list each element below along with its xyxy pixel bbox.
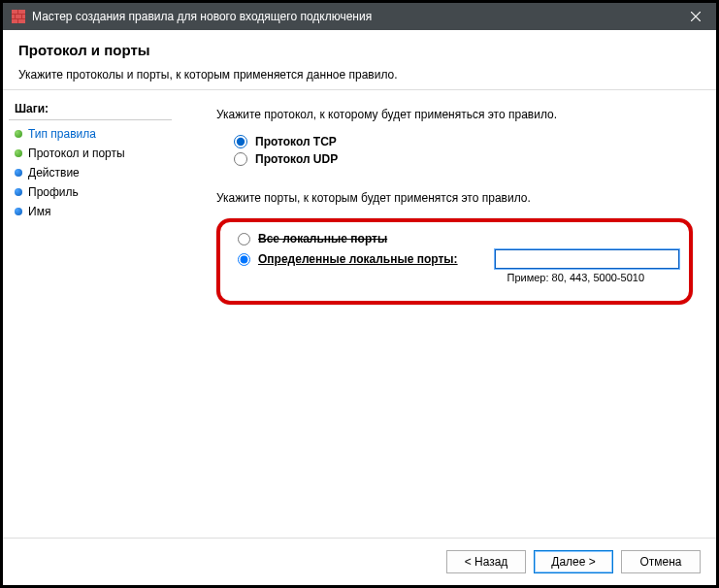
- protocol-tcp-radio[interactable]: [234, 135, 247, 148]
- step-name: Имя: [9, 202, 172, 221]
- wizard-header: Протокол и порты Укажите протоколы и пор…: [3, 30, 716, 89]
- protocol-udp-radio[interactable]: [234, 152, 247, 166]
- protocol-prompt: Укажите протокол, к которому будет приме…: [216, 108, 693, 121]
- next-button[interactable]: Далее >: [534, 550, 613, 573]
- svg-rect-5: [22, 15, 25, 18]
- step-label: Профиль: [28, 185, 79, 199]
- ports-prompt: Укажите порты, к которым будет применятс…: [216, 191, 693, 205]
- protocol-tcp-row[interactable]: Протокол TCP: [234, 135, 693, 148]
- cancel-button[interactable]: Отмена: [621, 550, 701, 573]
- back-button[interactable]: < Назад: [446, 550, 526, 573]
- step-label: Действие: [28, 166, 80, 180]
- steps-heading: Шаги:: [9, 100, 172, 120]
- page-subtitle: Укажите протоколы и порты, к которым при…: [18, 68, 701, 82]
- all-ports-label: Все локальные порты: [258, 232, 387, 245]
- firewall-icon: [11, 9, 26, 24]
- wizard-footer: < Назад Далее > Отмена: [3, 538, 716, 585]
- bullet-icon: [15, 188, 22, 196]
- bullet-icon: [15, 149, 22, 157]
- ports-example: Пример: 80, 443, 5000-5010: [230, 272, 679, 283]
- step-rule-type[interactable]: Тип правила: [9, 124, 172, 144]
- specific-ports-radio[interactable]: [238, 253, 250, 266]
- svg-rect-6: [12, 19, 17, 23]
- highlight-annotation: Все локальные порты Определенные локальн…: [216, 218, 693, 305]
- step-protocol-ports: Протокол и порты: [9, 144, 172, 163]
- specific-ports-label: Определенные локальные порты:: [258, 252, 458, 266]
- specific-ports-row[interactable]: Определенные локальные порты:: [238, 249, 679, 269]
- step-action: Действие: [9, 163, 172, 182]
- specific-ports-input[interactable]: [495, 249, 679, 269]
- wizard-main: Укажите протокол, к которому будет приме…: [178, 90, 716, 538]
- close-icon: [691, 12, 701, 21]
- svg-rect-2: [18, 10, 25, 14]
- protocol-udp-row[interactable]: Протокол UDP: [234, 152, 693, 166]
- close-button[interactable]: [675, 3, 716, 30]
- all-ports-row[interactable]: Все локальные порты: [238, 232, 679, 245]
- protocol-udp-label: Протокол UDP: [255, 152, 338, 166]
- all-ports-radio[interactable]: [238, 233, 250, 245]
- step-label: Тип правила: [28, 127, 96, 141]
- step-label: Имя: [28, 205, 50, 218]
- bullet-icon: [15, 169, 22, 177]
- bullet-icon: [15, 208, 22, 215]
- wizard-steps-sidebar: Шаги: Тип правила Протокол и порты Дейст…: [3, 90, 178, 538]
- titlebar: Мастер создания правила для нового входя…: [3, 3, 716, 30]
- svg-rect-1: [12, 10, 17, 14]
- bullet-icon: [15, 130, 22, 138]
- svg-rect-3: [12, 15, 15, 18]
- protocol-tcp-label: Протокол TCP: [255, 135, 337, 148]
- page-title: Протокол и порты: [18, 42, 701, 58]
- svg-rect-7: [18, 19, 25, 23]
- step-label: Протокол и порты: [28, 147, 125, 160]
- window-title: Мастер создания правила для нового входя…: [32, 10, 675, 23]
- svg-rect-4: [16, 15, 21, 18]
- step-profile: Профиль: [9, 182, 172, 202]
